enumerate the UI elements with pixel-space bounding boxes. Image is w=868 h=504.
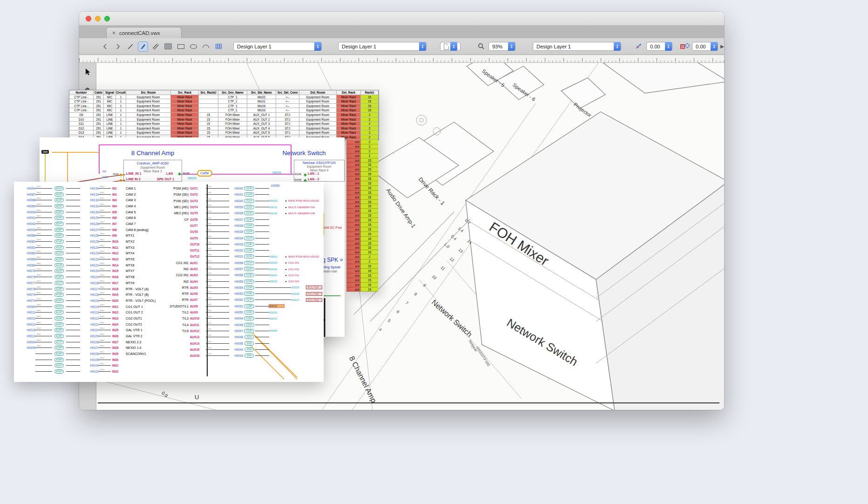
table-cell[interactable]: MIC — [104, 108, 116, 113]
table-cell[interactable]: Equipment Room — [126, 126, 171, 131]
forward-button[interactable] — [113, 41, 123, 52]
back-button[interactable] — [100, 41, 110, 52]
table-cell[interactable]: Equipment Room — [299, 126, 337, 131]
zoom-select[interactable]: 93% ▲▼ — [488, 42, 515, 51]
column-header[interactable]: Signal — [104, 90, 116, 95]
column-header[interactable]: RackU — [361, 90, 379, 95]
double-line-tool[interactable] — [150, 41, 161, 52]
table-cell[interactable]: 291 — [94, 130, 104, 135]
table-cell[interactable]: FOH Mixer — [218, 113, 247, 117]
table-cell[interactable]: 291 — [94, 95, 104, 100]
table-cell[interactable]: 1 — [116, 108, 126, 113]
table-cell[interactable]: 1 — [116, 122, 126, 126]
fill-swatch[interactable] — [163, 41, 173, 52]
table-cell[interactable]: 291 — [94, 104, 104, 109]
table-cell[interactable]: LINE — [104, 122, 116, 126]
toolbar-overflow-chevron[interactable]: ▶ — [720, 44, 724, 49]
table-cell[interactable]: D12 — [69, 126, 94, 131]
table-cell[interactable]: 15 — [361, 99, 379, 104]
table-cell[interactable]: STJ — [276, 113, 299, 117]
table-cell[interactable]: <-- — [276, 104, 299, 109]
table-cell[interactable]: 1 — [116, 117, 126, 122]
table-cell[interactable]: 291 — [94, 113, 104, 117]
table-cell[interactable]: AUX_OUT 4 — [247, 126, 276, 131]
table-cell[interactable]: <-- — [276, 95, 299, 100]
table-cell[interactable]: Equipment Room — [299, 122, 337, 126]
table-cell[interactable]: AUX_OUT 2 — [247, 117, 276, 122]
table-cell[interactable] — [199, 108, 218, 113]
cable-type-tag[interactable]: Cat5e — [197, 170, 212, 177]
stepper-icon[interactable]: ▲▼ — [314, 42, 321, 51]
stepper-icon[interactable]: ▲▼ — [711, 42, 718, 51]
table-cell[interactable]: Mixer Rack — [171, 130, 199, 135]
table-cell[interactable]: 1 — [116, 95, 126, 100]
table-cell[interactable]: 1 — [116, 113, 126, 117]
table-cell[interactable]: CTP_1 — [218, 99, 247, 104]
table-cell[interactable]: 15 — [199, 126, 218, 131]
table-cell[interactable]: CTP Line - — [69, 95, 94, 100]
stepper-icon[interactable]: ▲▼ — [508, 42, 515, 51]
table-cell[interactable]: 15 — [361, 104, 379, 109]
table-cell[interactable]: Mixer Rack — [171, 126, 199, 131]
table-cell[interactable]: Equipment Room — [126, 122, 171, 126]
table-cell[interactable]: Mic02 — [247, 95, 276, 100]
cable-schedule-window[interactable]: NumberCableSignalCircuitsSrc_RoomSrc_Rac… — [69, 90, 379, 140]
table-cell[interactable]: CTP Line - — [69, 104, 94, 109]
table-cell[interactable]: 2 — [361, 113, 379, 117]
table-cell[interactable]: Mic04 — [247, 104, 276, 109]
table-cell[interactable]: LINE — [104, 130, 116, 135]
table-cell[interactable]: CTP_1 — [218, 108, 247, 113]
table-cell[interactable]: Mixer Rack — [337, 126, 361, 131]
table-cell[interactable]: D13 — [69, 130, 94, 135]
table-cell[interactable]: 2 — [361, 126, 379, 131]
table-cell[interactable]: Mixer Rack — [337, 108, 361, 113]
table-cell[interactable]: Equipment Room — [126, 99, 171, 104]
minimize-window-button[interactable] — [95, 16, 101, 21]
grid-tool[interactable] — [213, 41, 224, 52]
table-cell[interactable]: Mixer Rack — [337, 130, 361, 135]
column-header[interactable]: Cable — [94, 90, 104, 95]
table-cell[interactable]: Mic03 — [247, 108, 276, 113]
column-header[interactable]: Src_Rack — [171, 90, 199, 95]
table-cell[interactable]: Equipment Room — [126, 130, 171, 135]
table-cell[interactable]: Equipment Room — [126, 95, 171, 100]
table-cell[interactable]: Equipment Room — [299, 117, 337, 122]
rectangle-tool[interactable] — [176, 41, 186, 52]
column-header[interactable]: Src_Skt_Conn — [276, 90, 299, 95]
table-cell[interactable]: Mixer Rack — [337, 122, 361, 126]
table-cell[interactable]: Equipment Room — [299, 99, 337, 104]
line-tool[interactable] — [125, 41, 136, 52]
table-cell[interactable]: Equipment Room — [126, 108, 171, 113]
close-tab-icon[interactable]: × — [112, 30, 115, 36]
table-cell[interactable]: CTP_1 — [218, 104, 247, 109]
table-cell[interactable]: STJ — [276, 122, 299, 126]
table-cell[interactable]: Mixer Rack — [171, 99, 199, 104]
table-cell[interactable]: Mixer Rack — [337, 95, 361, 100]
table-cell[interactable]: LINE — [104, 126, 116, 131]
table-cell[interactable]: <-- — [276, 99, 299, 104]
table-cell[interactable]: Mixer Rack — [337, 99, 361, 104]
table-cell[interactable]: 291 — [94, 108, 104, 113]
table-cell[interactable]: AUX_OUT 3 — [247, 122, 276, 126]
table-cell[interactable]: 2 — [361, 130, 379, 135]
table-cell[interactable]: 15 — [199, 117, 218, 122]
connection-pen-tool[interactable] — [138, 41, 148, 52]
table-cell[interactable]: 1 — [116, 104, 126, 109]
table-cell[interactable]: Equipment Room — [126, 104, 171, 109]
close-window-button[interactable] — [86, 16, 91, 21]
design-layer-select-1[interactable]: Design Layer 1 ▲▼ — [233, 42, 322, 51]
table-cell[interactable]: AUX_OUT 1 — [247, 113, 276, 117]
table-cell[interactable] — [199, 95, 218, 100]
table-cell[interactable]: CTP Line - — [69, 99, 94, 104]
table-cell[interactable]: Mixer Rack — [171, 113, 199, 117]
table-cell[interactable]: STJ — [276, 117, 299, 122]
table-cell[interactable]: Equipment Room — [299, 130, 337, 135]
table-cell[interactable]: D10 — [69, 117, 94, 122]
table-cell[interactable]: 15 — [199, 113, 218, 117]
table-cell[interactable]: Mixer Rack — [171, 95, 199, 100]
design-layer-select-2[interactable]: Design Layer 1 ▲▼ — [338, 42, 427, 51]
table-cell[interactable]: 291 — [94, 126, 104, 131]
sheet-select[interactable]: ▲▼ — [440, 42, 461, 51]
table-cell[interactable]: FOH Mixer — [218, 130, 247, 135]
column-header[interactable]: Src_RackU — [199, 90, 218, 95]
